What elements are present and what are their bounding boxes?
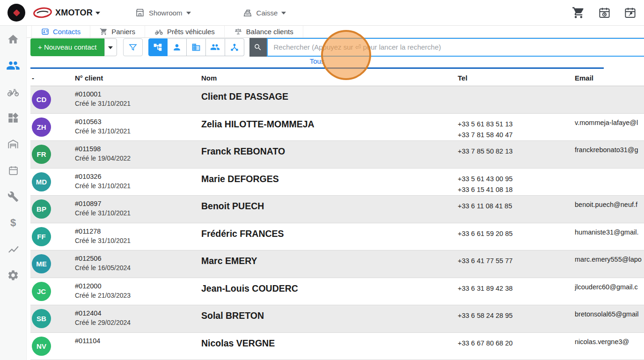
table-row[interactable]: JC #012000 Créé le 21/03/2023 Jean-Louis… [30,278,644,306]
calendar-wrench-icon[interactable] [624,7,637,19]
table-row[interactable]: FR #011598 Créé le 19/04/2022 Franck REB… [30,141,644,169]
avatar: ME [32,254,51,273]
search-input[interactable] [267,38,644,57]
avatar-cell: SB [30,305,75,332]
filter-tab-tous[interactable]: Tous [310,57,325,67]
avatar-initials: MD [36,178,47,186]
client-email: franckrebonato31@g [575,141,644,168]
table-row[interactable]: ME #012506 Créé le 16/05/2024 Marc EMERY… [30,250,644,278]
view-person-button[interactable] [168,38,187,56]
client-name: Frédéric FRANCES [201,223,458,250]
view-group-button[interactable] [206,38,225,56]
client-number: #010326 [75,173,201,180]
sidebar-item-contacts[interactable] [0,58,26,73]
menu-caisse[interactable]: Caisse [242,7,286,18]
table-row[interactable]: CD #010001 Créé le 31/10/2021 Client DE … [30,86,644,114]
view-network-button[interactable] [225,38,244,56]
avatar-cell: NV [30,333,75,360]
menu-caisse-label: Caisse [256,9,278,17]
tab-contacts[interactable]: Contacts [31,26,90,37]
table-body: CD #010001 Créé le 31/10/2021 Client DE … [30,86,644,360]
search-button[interactable] [249,38,267,57]
table-row[interactable]: FF #011278 Créé le 31/10/2021 Frédéric F… [30,223,644,251]
sidebar-item-calendar[interactable] [0,162,26,178]
avatar-initials: FF [37,233,45,241]
client-created-date: Créé le 31/10/2021 [75,182,201,190]
table-row[interactable]: ZH #010563 Créé le 31/10/2021 Zelia HILO… [30,114,644,141]
dollar-icon: $ [10,217,16,229]
new-contact-button[interactable]: + Nouveau contact [30,38,104,56]
motorcycle-icon [154,27,163,36]
table-header: - N° client Nom Tel Email [30,69,644,86]
search-bar [249,38,644,57]
table-row[interactable]: SB #012404 Créé le 29/02/2024 Solal BRET… [30,305,644,333]
client-number: #012000 [75,282,201,290]
client-name: Solal BRETON [201,305,458,332]
sidebar-item-settings[interactable] [0,267,26,283]
app-logo[interactable] [7,4,25,22]
table-row[interactable]: MD #010326 Créé le 31/10/2021 Marie DEFO… [30,169,644,196]
parts-icon [7,112,19,124]
view-org-button[interactable] [148,38,168,56]
client-name: Zelia HILOTTE-MOMMEJA [201,114,458,141]
tab-prets-vehicules[interactable]: Prêts véhicules [145,26,225,37]
sidebar-item-finance[interactable]: $ [0,215,26,231]
avatar: CD [32,90,51,109]
cart-icon[interactable] [572,6,585,19]
sidebar-item-garage[interactable] [0,136,26,152]
client-phones: +33 5 61 83 51 13+33 7 81 58 40 47 [458,114,575,141]
client-cell: #012506 Créé le 16/05/2024 [75,250,201,278]
client-number: #012506 [75,255,201,262]
avatar-initials: NV [37,342,46,350]
client-cell: #010563 Créé le 31/10/2021 [75,114,201,141]
calendar-clock-icon[interactable] [598,7,611,19]
client-created-date: Créé le 31/10/2021 [75,100,201,107]
avatar-cell: ME [30,250,75,278]
filter-funnel-icon [128,43,138,52]
org-tree-icon [153,43,162,52]
client-phones: +33 6 61 59 20 85 [458,223,575,250]
storefront-icon [135,7,145,18]
sidebar-item-vehicles[interactable] [0,84,26,100]
table-row[interactable]: BP #010897 Créé le 31/10/2021 Benoit PUE… [30,196,644,223]
sidebar-item-stats[interactable] [0,241,26,257]
avatar: MD [32,172,51,191]
client-cell: #010001 Créé le 31/10/2021 [75,86,201,113]
client-phones: +33 6 31 89 42 38 [458,278,575,305]
brand-logo-icon [33,7,52,19]
client-email: benoit.puech@neuf.f [575,196,644,223]
client-name: Marc EMERY [201,250,458,278]
avatar-initials: FR [37,150,46,158]
column-header-name: Nom [201,74,458,82]
new-contact-dropdown-button[interactable] [104,38,117,56]
chevron-down-icon [95,12,100,15]
client-phones [458,86,575,113]
avatar: JC [32,282,51,301]
avatar: FF [32,227,51,246]
avatar-initials: ZH [37,123,46,131]
chevron-down-icon [186,12,191,15]
tab-balance-clients[interactable]: Balance clients [225,26,303,37]
menu-showroom[interactable]: Showroom [135,7,191,18]
brand-menu[interactable]: XMOTOR [33,7,100,19]
topbar-actions [572,6,637,19]
tab-paniers[interactable]: Paniers [90,26,145,37]
cart-icon [100,28,108,36]
column-header-tel: Tel [458,74,575,82]
client-number: #011598 [75,145,201,153]
filter-button[interactable] [123,38,143,56]
view-company-button[interactable] [187,38,206,56]
avatar: ZH [32,118,51,137]
sidebar-item-home[interactable] [0,31,26,47]
contacts-table: - N° client Nom Tel Email CD #010001 Cré… [30,69,644,360]
topbar: XMOTOR Showroom Caisse [0,0,644,26]
sidebar-item-parts[interactable] [0,110,26,126]
sidebar-item-workshop[interactable] [0,189,26,205]
table-row[interactable]: NV #011104 Nicolas VERGNE +33 6 67 80 68… [30,333,644,360]
client-cell: #011598 Créé le 19/04/2022 [75,141,201,168]
app-logo-icon [13,9,20,16]
client-created-date: Créé le 29/02/2024 [75,319,201,326]
avatar: FR [32,145,51,164]
client-name: Jean-Louis COUDERC [201,278,458,305]
tab-prets-label: Prêts véhicules [167,28,215,36]
